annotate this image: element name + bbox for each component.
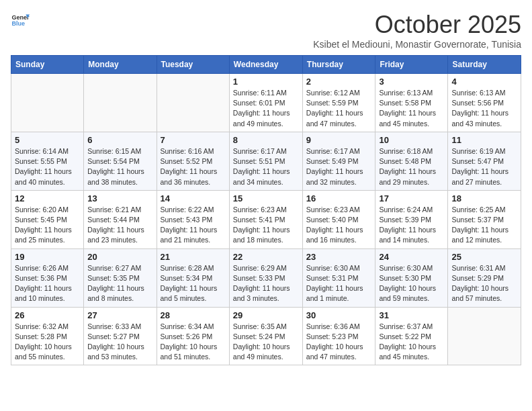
day-info: Sunrise: 6:17 AMSunset: 5:49 PMDaylight:… [306,146,372,187]
day-number: 7 [161,135,226,145]
weekday-thursday: Thursday [302,56,375,74]
calendar-cell [157,74,229,132]
day-info: Sunrise: 6:20 AMSunset: 5:45 PMDaylight:… [15,205,80,246]
calendar: SundayMondayTuesdayWednesdayThursdayFrid… [11,55,521,365]
day-info: Sunrise: 6:35 AMSunset: 5:24 PMDaylight:… [233,322,299,363]
calendar-cell: 8Sunrise: 6:17 AMSunset: 5:51 PMDaylight… [229,132,302,190]
day-info: Sunrise: 6:17 AMSunset: 5:51 PMDaylight:… [233,146,299,187]
calendar-cell: 1Sunrise: 6:11 AMSunset: 6:01 PMDaylight… [229,74,302,132]
day-info: Sunrise: 6:19 AMSunset: 5:47 PMDaylight:… [451,146,517,187]
page-header: General Blue October 2025 Ksibet el Medi… [11,11,521,50]
weekday-tuesday: Tuesday [157,56,229,74]
day-number: 11 [451,135,517,145]
weekday-wednesday: Wednesday [229,56,302,74]
calendar-cell: 3Sunrise: 6:13 AMSunset: 5:58 PMDaylight… [375,74,448,132]
day-number: 27 [87,310,152,320]
calendar-body: 1Sunrise: 6:11 AMSunset: 6:01 PMDaylight… [11,74,521,365]
calendar-cell: 10Sunrise: 6:18 AMSunset: 5:48 PMDayligh… [375,132,448,190]
day-number: 17 [379,193,444,203]
day-number: 9 [306,135,372,145]
day-number: 8 [233,135,299,145]
day-number: 6 [87,135,152,145]
calendar-cell: 19Sunrise: 6:26 AMSunset: 5:36 PMDayligh… [11,248,84,307]
subtitle: Ksibet el Mediouni, Monastir Governorate… [313,39,521,50]
day-number: 21 [161,252,226,262]
day-info: Sunrise: 6:30 AMSunset: 5:31 PMDaylight:… [306,263,372,304]
calendar-cell: 18Sunrise: 6:25 AMSunset: 5:37 PMDayligh… [448,190,521,248]
calendar-cell: 14Sunrise: 6:22 AMSunset: 5:43 PMDayligh… [157,190,229,248]
day-number: 25 [451,252,517,262]
calendar-cell: 30Sunrise: 6:36 AMSunset: 5:23 PMDayligh… [302,307,375,365]
day-number: 14 [161,193,226,203]
title-block: October 2025 Ksibet el Mediouni, Monasti… [313,11,521,50]
day-number: 5 [15,135,80,145]
calendar-cell: 26Sunrise: 6:32 AMSunset: 5:28 PMDayligh… [11,307,84,365]
weekday-header-row: SundayMondayTuesdayWednesdayThursdayFrid… [11,56,521,74]
day-number: 24 [379,252,444,262]
calendar-cell: 11Sunrise: 6:19 AMSunset: 5:47 PMDayligh… [448,132,521,190]
calendar-cell: 27Sunrise: 6:33 AMSunset: 5:27 PMDayligh… [84,307,157,365]
day-info: Sunrise: 6:12 AMSunset: 5:59 PMDaylight:… [306,88,372,129]
day-info: Sunrise: 6:28 AMSunset: 5:34 PMDaylight:… [161,263,226,304]
day-info: Sunrise: 6:21 AMSunset: 5:44 PMDaylight:… [87,205,152,246]
day-info: Sunrise: 6:13 AMSunset: 5:56 PMDaylight:… [451,88,517,129]
day-number: 22 [233,252,299,262]
day-info: Sunrise: 6:29 AMSunset: 5:33 PMDaylight:… [233,263,299,304]
calendar-cell: 6Sunrise: 6:15 AMSunset: 5:54 PMDaylight… [84,132,157,190]
weekday-monday: Monday [84,56,157,74]
day-number: 13 [87,193,152,203]
day-number: 20 [87,252,152,262]
day-info: Sunrise: 6:24 AMSunset: 5:39 PMDaylight:… [379,205,444,246]
calendar-cell: 21Sunrise: 6:28 AMSunset: 5:34 PMDayligh… [157,248,229,307]
day-info: Sunrise: 6:18 AMSunset: 5:48 PMDaylight:… [379,146,444,187]
day-info: Sunrise: 6:26 AMSunset: 5:36 PMDaylight:… [15,263,80,304]
day-info: Sunrise: 6:32 AMSunset: 5:28 PMDaylight:… [15,322,80,363]
calendar-cell: 7Sunrise: 6:16 AMSunset: 5:52 PMDaylight… [157,132,229,190]
calendar-cell: 15Sunrise: 6:23 AMSunset: 5:41 PMDayligh… [229,190,302,248]
calendar-cell: 31Sunrise: 6:37 AMSunset: 5:22 PMDayligh… [375,307,448,365]
day-info: Sunrise: 6:31 AMSunset: 5:29 PMDaylight:… [451,263,517,304]
calendar-cell: 5Sunrise: 6:14 AMSunset: 5:55 PMDaylight… [11,132,84,190]
day-info: Sunrise: 6:11 AMSunset: 6:01 PMDaylight:… [233,88,299,129]
calendar-cell: 22Sunrise: 6:29 AMSunset: 5:33 PMDayligh… [229,248,302,307]
day-number: 19 [15,252,80,262]
day-info: Sunrise: 6:30 AMSunset: 5:30 PMDaylight:… [379,263,444,304]
day-number: 12 [15,193,80,203]
day-number: 18 [451,193,517,203]
day-number: 31 [379,310,444,320]
calendar-cell: 28Sunrise: 6:34 AMSunset: 5:26 PMDayligh… [157,307,229,365]
calendar-cell: 13Sunrise: 6:21 AMSunset: 5:44 PMDayligh… [84,190,157,248]
week-row-5: 26Sunrise: 6:32 AMSunset: 5:28 PMDayligh… [11,307,521,365]
logo: General Blue [11,11,30,30]
calendar-cell: 17Sunrise: 6:24 AMSunset: 5:39 PMDayligh… [375,190,448,248]
day-info: Sunrise: 6:23 AMSunset: 5:40 PMDaylight:… [306,205,372,246]
calendar-cell: 20Sunrise: 6:27 AMSunset: 5:35 PMDayligh… [84,248,157,307]
calendar-cell [11,74,84,132]
day-number: 23 [306,252,372,262]
weekday-saturday: Saturday [448,56,521,74]
day-number: 28 [161,310,226,320]
day-number: 26 [15,310,80,320]
day-info: Sunrise: 6:34 AMSunset: 5:26 PMDaylight:… [161,322,226,363]
calendar-cell [448,307,521,365]
calendar-cell: 23Sunrise: 6:30 AMSunset: 5:31 PMDayligh… [302,248,375,307]
day-info: Sunrise: 6:25 AMSunset: 5:37 PMDaylight:… [451,205,517,246]
calendar-cell: 12Sunrise: 6:20 AMSunset: 5:45 PMDayligh… [11,190,84,248]
calendar-cell: 4Sunrise: 6:13 AMSunset: 5:56 PMDaylight… [448,74,521,132]
week-row-4: 19Sunrise: 6:26 AMSunset: 5:36 PMDayligh… [11,248,521,307]
calendar-cell: 2Sunrise: 6:12 AMSunset: 5:59 PMDaylight… [302,74,375,132]
day-info: Sunrise: 6:14 AMSunset: 5:55 PMDaylight:… [15,146,80,187]
day-info: Sunrise: 6:23 AMSunset: 5:41 PMDaylight:… [233,205,299,246]
svg-text:Blue: Blue [11,20,25,27]
day-number: 15 [233,193,299,203]
calendar-cell: 29Sunrise: 6:35 AMSunset: 5:24 PMDayligh… [229,307,302,365]
week-row-3: 12Sunrise: 6:20 AMSunset: 5:45 PMDayligh… [11,190,521,248]
day-info: Sunrise: 6:33 AMSunset: 5:27 PMDaylight:… [87,322,152,363]
day-number: 4 [451,77,517,87]
day-info: Sunrise: 6:22 AMSunset: 5:43 PMDaylight:… [161,205,226,246]
weekday-friday: Friday [375,56,448,74]
month-title: October 2025 [313,11,521,39]
day-number: 10 [379,135,444,145]
day-info: Sunrise: 6:15 AMSunset: 5:54 PMDaylight:… [87,146,152,187]
calendar-cell: 25Sunrise: 6:31 AMSunset: 5:29 PMDayligh… [448,248,521,307]
